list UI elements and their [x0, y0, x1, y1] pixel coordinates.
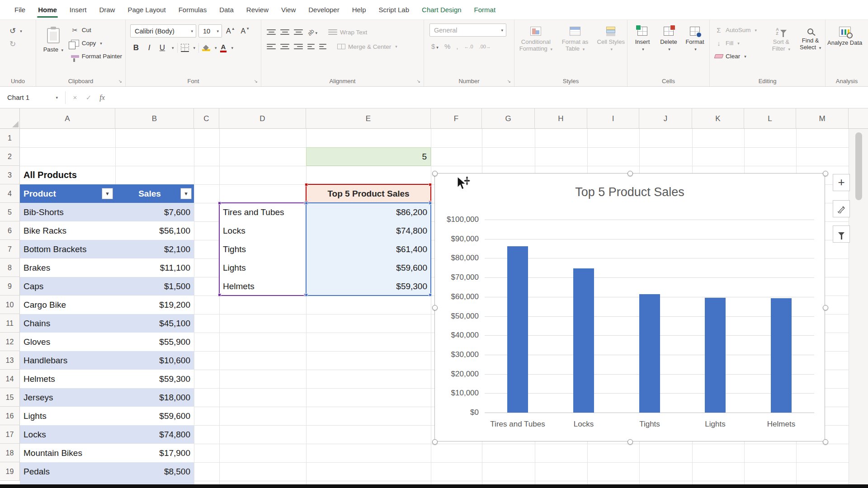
chart-selection-handle[interactable] [823, 305, 828, 310]
column-header-D[interactable]: D [219, 108, 306, 129]
product-cell-lights[interactable]: Lights [20, 407, 115, 425]
copy-button[interactable]: Copy▾ [68, 37, 125, 50]
product-cell-bike-racks[interactable]: Bike Racks [20, 221, 115, 240]
x-axis-label[interactable]: Helmets [741, 420, 822, 429]
align-bottom-button[interactable] [294, 29, 303, 35]
column-header-G[interactable]: G [482, 108, 535, 129]
wrap-text-button[interactable]: Wrap Text [328, 29, 367, 36]
bar-tights[interactable] [639, 294, 660, 413]
name-box[interactable]: Chart 1▾ [0, 87, 62, 108]
product-cell-brakes[interactable]: Brakes [20, 258, 115, 277]
y-axis-label[interactable]: $80,000 [451, 253, 479, 263]
cancel-button[interactable]: × [68, 94, 82, 101]
sales-cell-jerseys[interactable]: $18,000 [115, 388, 194, 407]
product-cell-chains[interactable]: Chains [20, 314, 115, 333]
sales-cell-bike-racks[interactable]: $56,100 [115, 221, 194, 240]
vertical-scrollbar[interactable] [849, 129, 868, 484]
row-header-7[interactable]: 7 [0, 240, 20, 258]
filter-button-sales[interactable]: ▾ [180, 188, 192, 199]
bold-button[interactable]: B [131, 43, 141, 52]
redo-button[interactable]: ↻ [6, 38, 36, 51]
chart-filter-button[interactable] [833, 225, 850, 243]
y-axis-label[interactable]: $60,000 [451, 292, 479, 301]
column-header-E[interactable]: E [306, 108, 431, 129]
row-header-16[interactable]: 16 [0, 407, 20, 425]
sales-cell-helmets[interactable]: $59,300 [115, 370, 194, 388]
dialog-launcher-icon[interactable]: ↘ [254, 79, 258, 84]
number-format-select[interactable]: General▾ [429, 23, 506, 37]
y-axis-label[interactable]: $90,000 [451, 235, 479, 244]
sales-cell-handlebars[interactable]: $10,600 [115, 351, 194, 370]
format-painter-button[interactable]: Format Painter [68, 50, 125, 63]
row-header-15[interactable]: 15 [0, 388, 20, 407]
top5-title-cell[interactable]: Top 5 Product Sales [306, 184, 431, 203]
row-header-19[interactable]: 19 [0, 462, 20, 481]
product-cell-bottom-brackets[interactable]: Bottom Brackets [20, 240, 115, 258]
clear-button[interactable]: Clear▾ [712, 50, 767, 63]
fill-color-button[interactable] [202, 47, 210, 51]
align-middle-button[interactable] [280, 29, 289, 35]
row-header-4[interactable]: 4 [0, 184, 20, 203]
scrollbar-thumb[interactable] [855, 132, 862, 200]
column-header-C[interactable]: C [194, 108, 219, 129]
product-cell-locks[interactable]: Locks [20, 425, 115, 444]
merge-center-button[interactable]: Merge & Center▾ [337, 43, 397, 50]
menu-tab-draw[interactable]: Draw [93, 0, 121, 20]
delete-cells-button[interactable]: Delete▾ [656, 23, 682, 53]
italic-button[interactable]: I [144, 43, 154, 52]
y-axis-label[interactable]: $30,000 [451, 350, 479, 359]
column-header-A[interactable]: A [20, 108, 115, 129]
increase-decimal-button[interactable]: ←.0 [464, 44, 473, 49]
y-axis-label[interactable]: $10,000 [451, 389, 479, 398]
autosum-button[interactable]: ΣAutoSum▾ [712, 23, 767, 37]
menu-tab-script-lab[interactable]: Script Lab [373, 0, 416, 20]
menu-tab-help[interactable]: Help [346, 0, 373, 20]
cells-area[interactable]: Top 5 Product Sales $0$10,000$20,000$30,… [0, 129, 868, 484]
row-header-12[interactable]: 12 [0, 333, 20, 351]
products-header-product[interactable]: Product▾ [20, 184, 115, 203]
font-color-button[interactable]: A [220, 43, 227, 52]
row-header-1[interactable]: 1 [0, 129, 20, 147]
product-cell-caps[interactable]: Caps [20, 277, 115, 296]
font-name-select[interactable]: Calibri (Body)▾ [130, 24, 196, 38]
column-header-B[interactable]: B [115, 108, 194, 129]
accounting-format-button[interactable]: $▾ [431, 42, 439, 50]
top5-value-cell-helmets[interactable]: $59,300 [306, 277, 431, 296]
column-header-J[interactable]: J [639, 108, 692, 129]
select-all-corner[interactable] [0, 108, 20, 129]
menu-tab-view[interactable]: View [275, 0, 302, 20]
row-header-18[interactable]: 18 [0, 444, 20, 462]
top5-name-cell-locks[interactable]: Locks [219, 221, 306, 240]
y-axis-label[interactable]: $70,000 [451, 273, 479, 282]
chart-selection-handle[interactable] [627, 171, 633, 176]
percent-style-button[interactable]: % [444, 42, 450, 50]
conditional-formatting-button[interactable]: Conditional Formatting ▾ [516, 23, 556, 53]
paste-button[interactable]: Paste ▾ [39, 23, 68, 63]
row-header-2[interactable]: 2 [0, 147, 20, 166]
format-as-table-button[interactable]: Format as Table ▾ [556, 23, 595, 53]
row-header-3[interactable]: 3 [0, 166, 20, 184]
menu-tab-formulas[interactable]: Formulas [172, 0, 213, 20]
y-axis-label[interactable]: $50,000 [451, 312, 479, 321]
chart-selection-handle[interactable] [627, 439, 633, 445]
row-header-8[interactable]: 8 [0, 258, 20, 277]
top5-name-cell-tires-and-tubes[interactable]: Tires and Tubes [219, 203, 306, 221]
row-header-9[interactable]: 9 [0, 277, 20, 296]
product-cell-cargo-bike[interactable]: Cargo Bike [20, 296, 115, 314]
decrease-decimal-button[interactable]: .00→ [479, 44, 491, 49]
column-header-I[interactable]: I [587, 108, 639, 129]
insert-function-button[interactable]: fx [95, 94, 109, 102]
chart-selection-handle[interactable] [432, 439, 438, 445]
sales-cell-bottom-brackets[interactable]: $2,100 [115, 240, 194, 258]
top5-name-cell-helmets[interactable]: Helmets [219, 277, 306, 296]
y-axis-label[interactable]: $20,000 [451, 370, 479, 379]
chart-selection-handle[interactable] [823, 171, 828, 176]
borders-button[interactable] [181, 44, 189, 52]
comma-style-button[interactable]: , [456, 42, 458, 50]
product-cell-pedals[interactable]: Pedals [20, 462, 115, 481]
chart-selection-handle[interactable] [432, 305, 438, 310]
orientation-button[interactable]: ab▾ [307, 28, 317, 36]
chart-selection-handle[interactable] [432, 171, 438, 176]
row-header-17[interactable]: 17 [0, 425, 20, 444]
undo-button[interactable]: ↺▾ [6, 24, 36, 38]
